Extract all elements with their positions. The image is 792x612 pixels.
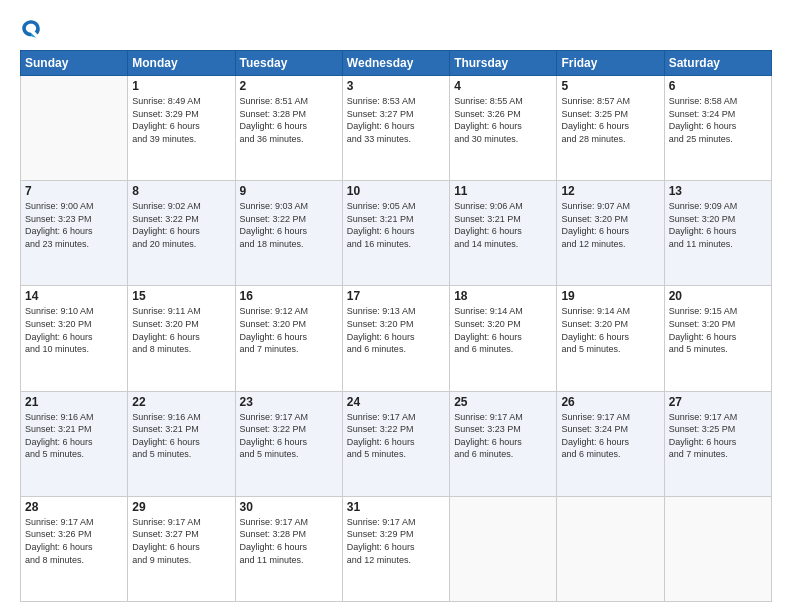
cell-info: Sunrise: 8:55 AM Sunset: 3:26 PM Dayligh… [454,95,552,145]
cell-info: Sunrise: 9:13 AM Sunset: 3:20 PM Dayligh… [347,305,445,355]
day-number: 21 [25,395,123,409]
day-number: 7 [25,184,123,198]
cell-info: Sunrise: 9:17 AM Sunset: 3:22 PM Dayligh… [347,411,445,461]
day-number: 27 [669,395,767,409]
day-number: 9 [240,184,338,198]
calendar-cell: 3Sunrise: 8:53 AM Sunset: 3:27 PM Daylig… [342,76,449,181]
day-number: 24 [347,395,445,409]
calendar-cell: 28Sunrise: 9:17 AM Sunset: 3:26 PM Dayli… [21,496,128,601]
day-number: 5 [561,79,659,93]
cell-info: Sunrise: 9:17 AM Sunset: 3:23 PM Dayligh… [454,411,552,461]
calendar-cell: 1Sunrise: 8:49 AM Sunset: 3:29 PM Daylig… [128,76,235,181]
calendar-cell [664,496,771,601]
cell-info: Sunrise: 9:05 AM Sunset: 3:21 PM Dayligh… [347,200,445,250]
calendar-cell: 31Sunrise: 9:17 AM Sunset: 3:29 PM Dayli… [342,496,449,601]
cell-info: Sunrise: 9:06 AM Sunset: 3:21 PM Dayligh… [454,200,552,250]
weekday-header-wednesday: Wednesday [342,51,449,76]
calendar-cell: 19Sunrise: 9:14 AM Sunset: 3:20 PM Dayli… [557,286,664,391]
calendar-cell: 6Sunrise: 8:58 AM Sunset: 3:24 PM Daylig… [664,76,771,181]
cell-info: Sunrise: 9:09 AM Sunset: 3:20 PM Dayligh… [669,200,767,250]
cell-info: Sunrise: 8:53 AM Sunset: 3:27 PM Dayligh… [347,95,445,145]
calendar-cell: 13Sunrise: 9:09 AM Sunset: 3:20 PM Dayli… [664,181,771,286]
calendar-cell: 24Sunrise: 9:17 AM Sunset: 3:22 PM Dayli… [342,391,449,496]
cell-info: Sunrise: 8:57 AM Sunset: 3:25 PM Dayligh… [561,95,659,145]
cell-info: Sunrise: 8:51 AM Sunset: 3:28 PM Dayligh… [240,95,338,145]
calendar-cell [21,76,128,181]
cell-info: Sunrise: 9:17 AM Sunset: 3:29 PM Dayligh… [347,516,445,566]
calendar-cell: 12Sunrise: 9:07 AM Sunset: 3:20 PM Dayli… [557,181,664,286]
cell-info: Sunrise: 9:16 AM Sunset: 3:21 PM Dayligh… [132,411,230,461]
day-number: 22 [132,395,230,409]
calendar-week-row: 21Sunrise: 9:16 AM Sunset: 3:21 PM Dayli… [21,391,772,496]
cell-info: Sunrise: 9:14 AM Sunset: 3:20 PM Dayligh… [561,305,659,355]
logo [20,18,46,40]
cell-info: Sunrise: 9:17 AM Sunset: 3:26 PM Dayligh… [25,516,123,566]
calendar-cell: 21Sunrise: 9:16 AM Sunset: 3:21 PM Dayli… [21,391,128,496]
cell-info: Sunrise: 9:03 AM Sunset: 3:22 PM Dayligh… [240,200,338,250]
day-number: 3 [347,79,445,93]
weekday-header-saturday: Saturday [664,51,771,76]
cell-info: Sunrise: 9:11 AM Sunset: 3:20 PM Dayligh… [132,305,230,355]
cell-info: Sunrise: 9:17 AM Sunset: 3:22 PM Dayligh… [240,411,338,461]
calendar-cell [557,496,664,601]
day-number: 15 [132,289,230,303]
day-number: 16 [240,289,338,303]
calendar-week-row: 7Sunrise: 9:00 AM Sunset: 3:23 PM Daylig… [21,181,772,286]
cell-info: Sunrise: 9:14 AM Sunset: 3:20 PM Dayligh… [454,305,552,355]
day-number: 11 [454,184,552,198]
cell-info: Sunrise: 8:58 AM Sunset: 3:24 PM Dayligh… [669,95,767,145]
calendar-cell: 16Sunrise: 9:12 AM Sunset: 3:20 PM Dayli… [235,286,342,391]
day-number: 31 [347,500,445,514]
day-number: 23 [240,395,338,409]
day-number: 13 [669,184,767,198]
cell-info: Sunrise: 9:02 AM Sunset: 3:22 PM Dayligh… [132,200,230,250]
cell-info: Sunrise: 9:07 AM Sunset: 3:20 PM Dayligh… [561,200,659,250]
day-number: 12 [561,184,659,198]
calendar-cell: 20Sunrise: 9:15 AM Sunset: 3:20 PM Dayli… [664,286,771,391]
calendar-cell: 17Sunrise: 9:13 AM Sunset: 3:20 PM Dayli… [342,286,449,391]
cell-info: Sunrise: 9:17 AM Sunset: 3:27 PM Dayligh… [132,516,230,566]
calendar-cell: 27Sunrise: 9:17 AM Sunset: 3:25 PM Dayli… [664,391,771,496]
weekday-header-row: SundayMondayTuesdayWednesdayThursdayFrid… [21,51,772,76]
weekday-header-tuesday: Tuesday [235,51,342,76]
page: SundayMondayTuesdayWednesdayThursdayFrid… [0,0,792,612]
calendar-cell: 30Sunrise: 9:17 AM Sunset: 3:28 PM Dayli… [235,496,342,601]
calendar-cell: 2Sunrise: 8:51 AM Sunset: 3:28 PM Daylig… [235,76,342,181]
day-number: 8 [132,184,230,198]
day-number: 1 [132,79,230,93]
calendar-cell: 23Sunrise: 9:17 AM Sunset: 3:22 PM Dayli… [235,391,342,496]
cell-info: Sunrise: 9:15 AM Sunset: 3:20 PM Dayligh… [669,305,767,355]
calendar-cell: 11Sunrise: 9:06 AM Sunset: 3:21 PM Dayli… [450,181,557,286]
calendar-cell: 22Sunrise: 9:16 AM Sunset: 3:21 PM Dayli… [128,391,235,496]
day-number: 14 [25,289,123,303]
weekday-header-sunday: Sunday [21,51,128,76]
cell-info: Sunrise: 9:17 AM Sunset: 3:25 PM Dayligh… [669,411,767,461]
cell-info: Sunrise: 9:17 AM Sunset: 3:24 PM Dayligh… [561,411,659,461]
day-number: 26 [561,395,659,409]
calendar-cell: 9Sunrise: 9:03 AM Sunset: 3:22 PM Daylig… [235,181,342,286]
day-number: 18 [454,289,552,303]
calendar-week-row: 1Sunrise: 8:49 AM Sunset: 3:29 PM Daylig… [21,76,772,181]
calendar-cell: 15Sunrise: 9:11 AM Sunset: 3:20 PM Dayli… [128,286,235,391]
calendar-cell: 25Sunrise: 9:17 AM Sunset: 3:23 PM Dayli… [450,391,557,496]
day-number: 28 [25,500,123,514]
calendar-cell: 29Sunrise: 9:17 AM Sunset: 3:27 PM Dayli… [128,496,235,601]
day-number: 19 [561,289,659,303]
day-number: 30 [240,500,338,514]
day-number: 10 [347,184,445,198]
cell-info: Sunrise: 9:00 AM Sunset: 3:23 PM Dayligh… [25,200,123,250]
cell-info: Sunrise: 9:17 AM Sunset: 3:28 PM Dayligh… [240,516,338,566]
day-number: 29 [132,500,230,514]
cell-info: Sunrise: 8:49 AM Sunset: 3:29 PM Dayligh… [132,95,230,145]
calendar-cell [450,496,557,601]
weekday-header-friday: Friday [557,51,664,76]
calendar-week-row: 14Sunrise: 9:10 AM Sunset: 3:20 PM Dayli… [21,286,772,391]
day-number: 6 [669,79,767,93]
day-number: 2 [240,79,338,93]
calendar-cell: 18Sunrise: 9:14 AM Sunset: 3:20 PM Dayli… [450,286,557,391]
weekday-header-monday: Monday [128,51,235,76]
calendar-week-row: 28Sunrise: 9:17 AM Sunset: 3:26 PM Dayli… [21,496,772,601]
weekday-header-thursday: Thursday [450,51,557,76]
calendar-table: SundayMondayTuesdayWednesdayThursdayFrid… [20,50,772,602]
day-number: 17 [347,289,445,303]
